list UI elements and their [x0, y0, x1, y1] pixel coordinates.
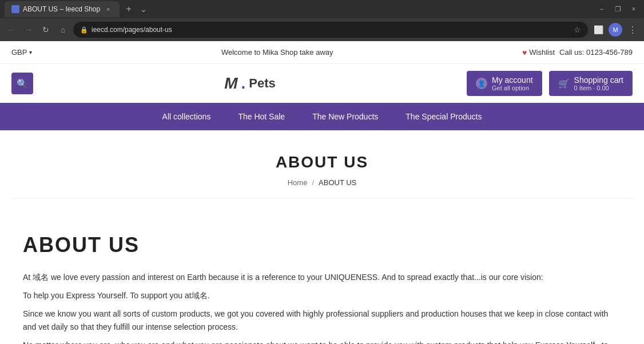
forward-button[interactable]: →: [22, 23, 35, 37]
welcome-message: Welcome to Mika Shop take away: [221, 48, 333, 57]
refresh-button[interactable]: ↻: [39, 23, 53, 37]
account-sublabel: Get all option: [492, 85, 533, 91]
home-button[interactable]: ⌂: [56, 23, 70, 37]
address-input[interactable]: 🔒 ieecd.com/pages/about-us ☆: [73, 22, 588, 38]
site-logo[interactable]: M . Pets: [33, 74, 467, 93]
breadcrumb-current: ABOUT US: [319, 178, 356, 187]
tab-bar: ABOUT US – Ieecd Shop × + ⌄ − ❐ ×: [0, 0, 644, 18]
browser-chrome: ABOUT US – Ieecd Shop × + ⌄ − ❐ × ← → ↻ …: [0, 0, 644, 41]
nav-item-hot-sale[interactable]: The Hot Sale: [224, 103, 299, 130]
top-bar: GBP ▾ Welcome to Mika Shop take away ♥ W…: [0, 41, 644, 64]
cart-icon: 🛒: [558, 78, 570, 89]
content-paragraph-3: No matter where you are, who you are and…: [23, 339, 621, 344]
lock-icon: 🔒: [80, 26, 88, 34]
breadcrumb-home-link[interactable]: Home: [288, 178, 308, 187]
currency-selector[interactable]: GBP ▾: [11, 48, 32, 57]
content-title: ABOUT US: [23, 233, 621, 257]
minimize-button[interactable]: −: [596, 3, 607, 15]
back-button[interactable]: ←: [5, 23, 18, 37]
section-divider: [11, 198, 633, 199]
currency-arrow-icon: ▾: [29, 49, 32, 55]
account-button[interactable]: 👤 My account Get all option: [467, 71, 542, 96]
account-text-block: My account Get all option: [492, 75, 533, 91]
window-controls: − ❐ ×: [596, 3, 639, 15]
tab-title: ABOUT US – Ieecd Shop: [23, 5, 100, 13]
address-text: ieecd.com/pages/about-us: [92, 26, 570, 34]
breadcrumb-separator: /: [312, 178, 314, 187]
wishlist-label: Wishlist: [529, 48, 555, 57]
tab-close-button[interactable]: ×: [104, 5, 113, 14]
nav-item-new-products[interactable]: The New Products: [299, 103, 392, 130]
logo-box: M . Pets: [224, 74, 276, 93]
cart-text-block: Shopping cart 0 Item · 0.00: [574, 75, 623, 91]
content-paragraph-1: To help you Express Yourself. To support…: [23, 289, 621, 303]
content-paragraph-2: Since we know you want all sorts of cust…: [23, 307, 621, 335]
heart-icon: ♥: [522, 48, 527, 57]
logo-m-letter: M: [224, 74, 237, 93]
site-wrapper: GBP ▾ Welcome to Mika Shop take away ♥ W…: [0, 41, 644, 344]
cart-button[interactable]: 🛒 Shopping cart 0 Item · 0.00: [549, 71, 633, 96]
nav-item-special-products[interactable]: The Special Products: [392, 103, 495, 130]
site-nav: All collections The Hot Sale The New Pro…: [0, 103, 644, 130]
logo-dot: .: [241, 74, 246, 93]
new-tab-button[interactable]: +: [122, 2, 136, 16]
currency-value: GBP: [11, 48, 27, 57]
bookmark-button[interactable]: ☆: [574, 25, 581, 34]
nav-inner: All collections The Hot Sale The New Pro…: [0, 103, 644, 130]
tab-dropdown-button[interactable]: ⌄: [137, 2, 150, 16]
profile-button[interactable]: M: [609, 23, 622, 37]
search-icon: 🔍: [17, 78, 28, 89]
close-button[interactable]: ×: [628, 3, 639, 15]
top-right-actions: ♥ Wishlist Call us: 0123-456-789: [522, 48, 633, 57]
extensions-button[interactable]: ⬜: [591, 23, 605, 37]
account-icon: 👤: [476, 78, 487, 89]
account-label: My account: [492, 75, 533, 85]
page-title-section: ABOUT US Home / ABOUT US: [0, 130, 644, 198]
breadcrumb: Home / ABOUT US: [11, 178, 633, 187]
call-info: Call us: 0123-456-789: [559, 48, 633, 57]
site-header: 🔍 M . Pets 👤 My account Get all option 🛒…: [0, 64, 644, 103]
cart-label: Shopping cart: [574, 75, 623, 85]
content-body: At 域名 we love every passion and interest…: [23, 271, 621, 344]
content-section: ABOUT US At 域名 we love every passion and…: [0, 222, 644, 344]
nav-item-all-collections[interactable]: All collections: [149, 103, 225, 130]
address-bar: ← → ↻ ⌂ 🔒 ieecd.com/pages/about-us ☆ ⬜ M…: [0, 18, 644, 41]
header-actions: 👤 My account Get all option 🛒 Shopping c…: [467, 71, 633, 96]
active-tab[interactable]: ABOUT US – Ieecd Shop ×: [5, 1, 120, 17]
tab-favicon: [11, 5, 19, 13]
wishlist-link[interactable]: ♥ Wishlist: [522, 48, 555, 57]
search-button[interactable]: 🔍: [11, 73, 33, 94]
browser-menu-button[interactable]: ⋮: [626, 23, 639, 37]
restore-button[interactable]: ❐: [612, 3, 623, 15]
page-title: ABOUT US: [11, 153, 633, 171]
logo-pets-word: Pets: [249, 76, 275, 91]
cart-sublabel: 0 Item · 0.00: [574, 85, 623, 91]
content-paragraph-0: At 域名 we love every passion and interest…: [23, 271, 621, 285]
